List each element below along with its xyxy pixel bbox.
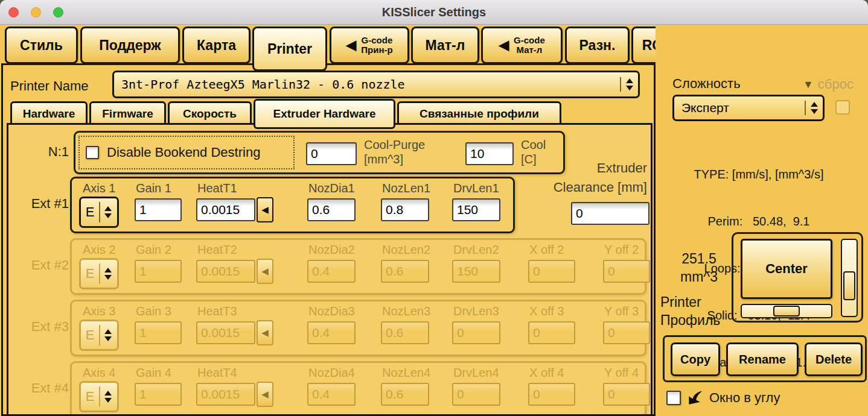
back-arrow-icon: ◀ — [499, 39, 509, 52]
extruder-groupbox: Axis 1 E Gain 1 HeatT1 ◀ NozDia1 NozLen1… — [70, 177, 515, 233]
complexity-select[interactable]: Эксперт — [672, 95, 825, 121]
extruder-row-label: Ext #4 — [17, 380, 69, 396]
copy-button-label: Copy — [680, 353, 710, 367]
heat-back-arrow-button[interactable]: ◀ — [257, 197, 273, 222]
gain-label: Gain 2 — [136, 243, 171, 257]
window-in-corner-checkbox[interactable] — [666, 391, 681, 405]
complexity-value: Эксперт — [674, 101, 805, 115]
tab-ro[interactable]: RO — [631, 27, 656, 64]
center-button[interactable]: Center — [741, 239, 832, 299]
nozlen-input — [381, 321, 429, 344]
axis-value: E — [81, 325, 100, 345]
xoff-label: X off 4 — [529, 366, 564, 380]
volume-value: 251.5 — [663, 250, 735, 268]
subtab-extruder-hardware[interactable]: Extruder Hardware — [254, 99, 395, 129]
heat-back-arrow-button: ◀ — [257, 320, 273, 345]
back-arrow-icon: ◀ — [346, 39, 356, 52]
vertical-scrollbar-thumb[interactable] — [843, 271, 855, 300]
tab-gcode-printer[interactable]: ◀ G-codeПрин-р — [330, 27, 409, 64]
axis-label: Axis 2 — [83, 243, 115, 257]
delete-button[interactable]: Delete — [805, 342, 863, 376]
nozdia-input[interactable] — [307, 198, 356, 221]
axis-label: Axis 3 — [83, 304, 115, 318]
xoff-label: X off 2 — [529, 243, 564, 257]
nozdia-input — [307, 383, 356, 406]
delete-button-label: Delete — [815, 353, 852, 367]
axis-select: E — [79, 320, 119, 351]
cool-input[interactable] — [465, 142, 514, 165]
tab-material[interactable]: Мат-л — [411, 27, 479, 64]
nozlen-input[interactable] — [381, 198, 429, 221]
reset-control[interactable]: ▼ сброс — [803, 77, 854, 92]
heat-back-arrow-button: ◀ — [257, 259, 273, 284]
extruder-row-label: Ext #3 — [17, 319, 69, 335]
tab-gcode-material[interactable]: ◀ G-codeМат-л — [481, 27, 563, 64]
reset-label: сброс — [818, 77, 854, 92]
drvlen-input[interactable] — [452, 198, 500, 221]
heat-label: HeatT4 — [197, 366, 237, 380]
heat-input — [196, 383, 255, 406]
cool-purge-label: Cool-Purge — [364, 137, 425, 152]
corner-option-row: Окно в углу — [666, 389, 780, 406]
tab-label: G-code — [362, 36, 393, 45]
stepper-arrows-icon — [621, 78, 638, 90]
cool-purge-input[interactable] — [306, 142, 357, 165]
tab-misc[interactable]: Разн. — [565, 27, 630, 64]
window-in-corner-label: Окно в углу — [709, 390, 780, 406]
extruder-groupbox: Axis 4 E Gain 4 HeatT4 ◀ NozDia4 NozLen4… — [70, 361, 646, 416]
gain-input — [135, 321, 182, 344]
horizontal-scrollbar-thumb[interactable] — [773, 306, 800, 317]
nozlen-label: NozLen2 — [382, 243, 430, 257]
vertical-scrollbar[interactable] — [841, 239, 858, 317]
nozlen-input — [381, 383, 429, 406]
horizontal-scrollbar[interactable] — [741, 304, 832, 318]
axis-label: Axis 4 — [83, 366, 115, 380]
nozdia-label: NozDia2 — [308, 243, 355, 257]
tab-label: Карта — [197, 37, 236, 54]
main-tab-strip: Стиль Поддерж Карта Printer ◀ G-codeПрин… — [4, 25, 656, 72]
stepper-arrows-icon — [100, 391, 116, 403]
volume-unit: mm^3 — [663, 268, 735, 286]
axis-select[interactable]: E — [79, 197, 119, 228]
drvlen-input — [452, 383, 500, 406]
tab-style[interactable]: Стиль — [5, 27, 78, 64]
nozlen-label: NozLen1 — [382, 181, 430, 195]
rename-button[interactable]: Rename — [726, 342, 799, 376]
yoff-input — [603, 321, 650, 344]
tab-map[interactable]: Карта — [182, 27, 251, 64]
tab-label: G-code — [514, 36, 545, 45]
profile-label-line1: Printer — [660, 293, 720, 311]
nozlen-label: NozLen3 — [382, 304, 430, 318]
gain-label: Gain 1 — [136, 181, 171, 195]
yoff-label: Y off 3 — [604, 304, 639, 318]
complexity-checkbox — [835, 100, 850, 115]
disable-bookend-destring-checkbox[interactable] — [86, 146, 99, 159]
extruder-clearance-input[interactable] — [571, 202, 649, 225]
tab-support[interactable]: Поддерж — [80, 27, 180, 64]
complexity-label: Сложность — [672, 76, 741, 92]
heat-label: HeatT3 — [197, 304, 237, 318]
drvlen-input — [452, 260, 500, 283]
heat-label: HeatT2 — [197, 243, 237, 257]
rename-button-label: Rename — [739, 353, 786, 367]
gain-input[interactable] — [135, 198, 182, 221]
profile-label-line2: Профиль — [660, 311, 720, 329]
volume-readout: 251.5 mm^3 — [663, 250, 735, 286]
gain-input — [135, 383, 182, 406]
type-header: TYPE: [mm/s], [mm^3/s] — [666, 166, 851, 182]
type-perim: Perim: 50.48, 9.1 — [666, 213, 851, 229]
subtab-label: Extruder Hardware — [273, 107, 375, 121]
copy-button[interactable]: Copy — [671, 342, 720, 376]
stepper-arrows-icon — [100, 329, 116, 341]
heat-input[interactable] — [196, 198, 255, 221]
nozdia-label: NozDia1 — [308, 181, 355, 195]
heat-input — [196, 321, 255, 344]
subtab-label: Скорость — [183, 107, 237, 121]
extruder-groupbox: Axis 2 E Gain 2 HeatT2 ◀ NozDia2 NozLen2… — [70, 238, 646, 295]
printer-name-select[interactable]: 3nt-Prof AzteegX5 Marlin32 - 0.6 nozzle — [112, 71, 640, 98]
extruder-hardware-content: N:1 Disable Bookend Destring Cool-Purge … — [7, 123, 653, 416]
gain-label: Gain 3 — [136, 304, 171, 318]
axis-value: E — [81, 386, 100, 406]
tab-printer[interactable]: Printer — [252, 27, 327, 71]
extruder-clearance-label1: Extruder — [554, 159, 647, 178]
